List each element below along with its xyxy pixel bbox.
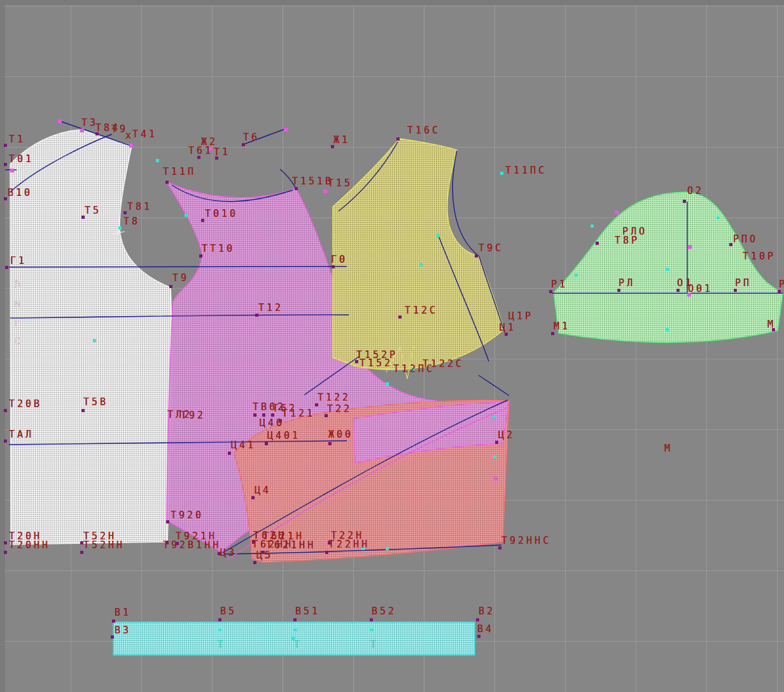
- piece-waistband-strip[interactable]: [113, 622, 475, 655]
- top-margin: [0, 0, 784, 5]
- left-margin: [0, 0, 5, 692]
- pattern-drawing: [0, 0, 784, 692]
- cad-canvas[interactable]: Т1Т01В10Т3Т84Т9хТ41Т5Т81Т8Т11ПЖ2Т61Т1Т6Ж…: [0, 0, 784, 692]
